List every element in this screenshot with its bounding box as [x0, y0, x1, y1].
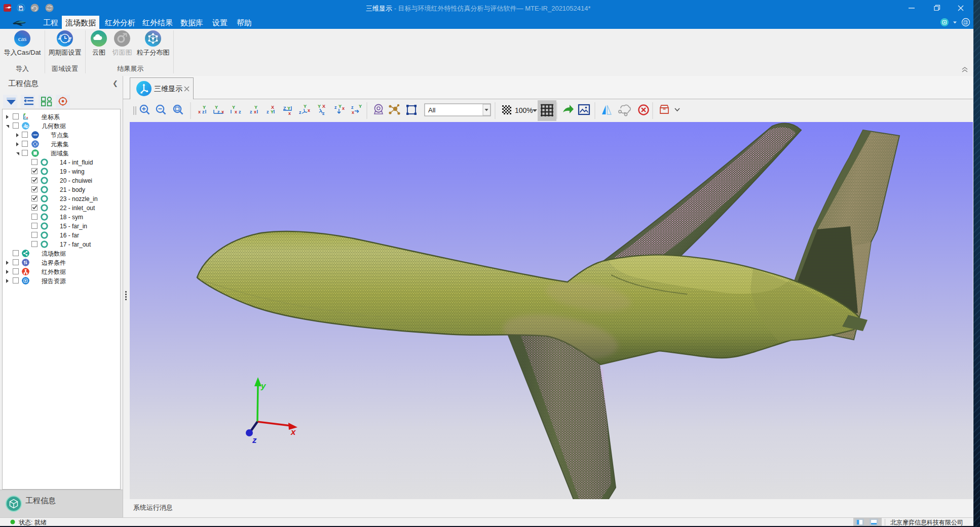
svg-text:z: z — [24, 115, 26, 118]
svg-text:z: z — [322, 111, 325, 116]
svg-text:z: z — [267, 109, 269, 114]
svg-text:z: z — [239, 109, 241, 114]
svg-text:Y: Y — [271, 109, 274, 114]
svg-text:x: x — [308, 108, 310, 113]
svg-text:100%: 100% — [515, 106, 533, 114]
svg-text:y: y — [260, 381, 267, 391]
svg-text:z: z — [351, 105, 354, 110]
svg-text:Y: Y — [304, 104, 307, 109]
svg-text:Y: Y — [338, 104, 342, 109]
svg-text:Y: Y — [359, 104, 362, 109]
svg-text:cas: cas — [18, 35, 27, 43]
svg-text:z: z — [299, 110, 301, 115]
svg-text:x: x — [290, 427, 296, 437]
svg-text:x: x — [254, 109, 256, 114]
svg-text:z: z — [250, 109, 252, 114]
svg-text:Y: Y — [318, 104, 321, 109]
svg-text:x: x — [235, 109, 237, 114]
svg-text:x: x — [342, 106, 345, 111]
svg-text:z: z — [252, 435, 257, 445]
svg-text:x: x — [288, 111, 291, 116]
svg-text:X: X — [322, 104, 325, 109]
svg-text:z: z — [334, 105, 337, 110]
svg-text:x: x — [352, 110, 354, 115]
svg-text:All: All — [428, 106, 436, 114]
svg-text:x: x — [26, 115, 28, 119]
